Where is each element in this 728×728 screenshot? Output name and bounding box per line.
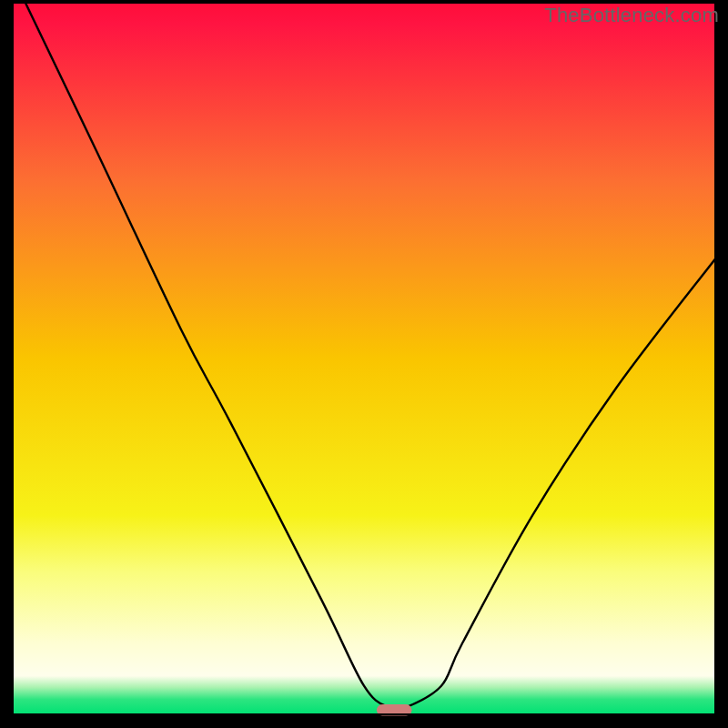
chart-canvas	[0, 0, 728, 728]
plot-background	[13, 3, 715, 714]
bottleneck-chart: TheBottleneck.com	[0, 0, 728, 728]
watermark-text: TheBottleneck.com	[544, 4, 719, 27]
